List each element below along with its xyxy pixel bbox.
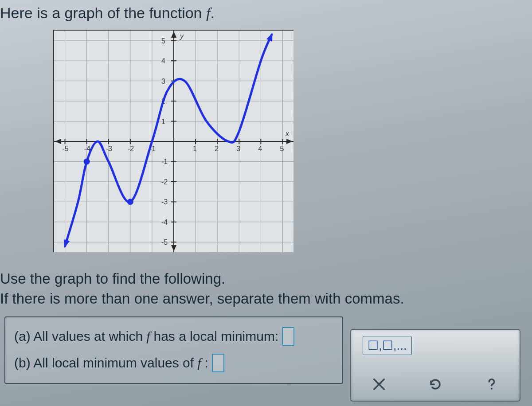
svg-marker-72 <box>64 239 70 248</box>
svg-text:3: 3 <box>161 78 165 85</box>
graph-container: -5-4-3-2-112345-5-4-3-2-112345yx <box>53 30 293 252</box>
svg-text:-5: -5 <box>63 145 69 152</box>
svg-text:2: 2 <box>215 145 219 152</box>
svg-marker-26 <box>171 31 176 38</box>
clear-button[interactable] <box>369 374 389 394</box>
answer-input-a[interactable] <box>282 327 294 346</box>
question-a-prefix: (a) All values at which <box>14 329 143 344</box>
question-b: (b) All local minimum values of f : <box>14 354 333 372</box>
svg-text:-3: -3 <box>161 198 168 206</box>
svg-text:-2: -2 <box>161 178 168 186</box>
question-b-suffix: : <box>204 355 208 371</box>
question-a-suffix: has a local minimum: <box>153 329 278 344</box>
svg-marker-27 <box>171 245 176 251</box>
x-icon <box>372 377 387 392</box>
svg-point-70 <box>84 158 90 164</box>
question-icon <box>484 377 499 392</box>
svg-point-74 <box>491 388 493 390</box>
question-b-prefix: (b) All local minimum values of <box>14 355 194 371</box>
svg-point-71 <box>127 199 133 205</box>
intro-text: Here is a graph of the function f. <box>0 0 532 25</box>
help-button[interactable] <box>481 374 502 394</box>
intro-suffix: . <box>210 4 214 21</box>
svg-text:-5: -5 <box>161 238 168 246</box>
svg-text:1: 1 <box>161 118 165 125</box>
instructions-text: Use the graph to find the following. If … <box>0 269 532 308</box>
instructions-line-1: Use the graph to find the following. <box>0 269 528 289</box>
reset-button[interactable] <box>425 374 446 394</box>
svg-text:-3: -3 <box>106 145 112 152</box>
function-graph: -5-4-3-2-112345-5-4-3-2-112345yx <box>54 31 293 252</box>
svg-text:-2: -2 <box>128 145 134 152</box>
answer-input-b[interactable] <box>212 354 224 372</box>
svg-marker-24 <box>286 139 293 144</box>
svg-text:4: 4 <box>258 145 262 152</box>
svg-text:-4: -4 <box>161 219 168 226</box>
list-entry-button[interactable]: ☐,☐,... <box>363 336 412 355</box>
svg-text:5: 5 <box>280 145 284 152</box>
svg-text:4: 4 <box>161 57 165 65</box>
question-a: (a) All values at which f has a local mi… <box>14 327 333 346</box>
instructions-line-2: If there is more than one answer, separa… <box>0 289 528 309</box>
intro-prefix: Here is a graph of the function <box>0 4 206 21</box>
question-box: (a) All values at which f has a local mi… <box>4 316 343 384</box>
svg-text:3: 3 <box>236 145 240 152</box>
undo-icon <box>428 377 443 392</box>
svg-text:1: 1 <box>193 145 197 152</box>
svg-marker-25 <box>55 139 61 144</box>
svg-marker-73 <box>266 33 272 41</box>
question-b-var: f <box>197 355 201 371</box>
intro-var: f <box>206 5 210 21</box>
svg-text:x: x <box>285 130 289 137</box>
question-a-var: f <box>146 329 150 344</box>
svg-text:5: 5 <box>161 37 165 45</box>
toolbox-panel: ☐,☐,... <box>350 329 520 402</box>
svg-text:y: y <box>180 32 184 40</box>
svg-text:-1: -1 <box>161 158 168 165</box>
